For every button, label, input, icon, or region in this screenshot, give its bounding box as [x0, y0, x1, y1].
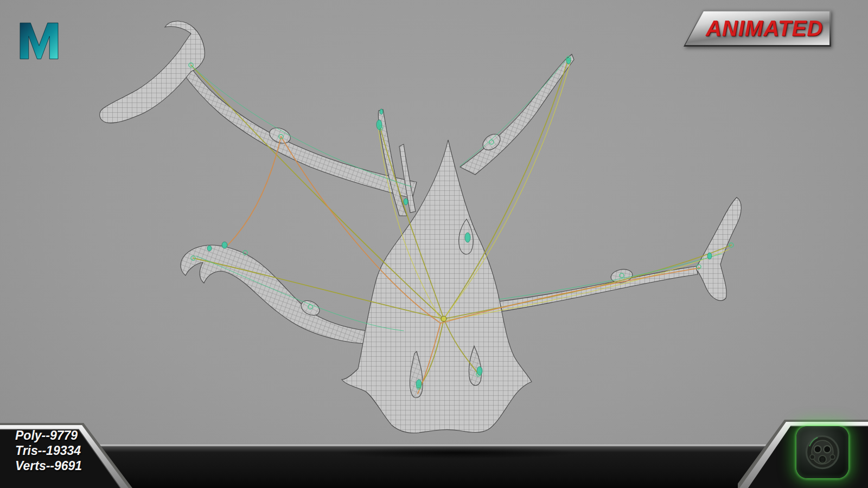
gasmask-icon: [803, 433, 841, 471]
brand-panel: [738, 419, 868, 488]
model-ground-shadow: [335, 447, 579, 459]
stat-poly: Poly--9779: [15, 428, 78, 443]
maya-logo-icon: [16, 14, 62, 64]
model-mesh: [100, 21, 742, 433]
stats-panel: Poly--9779 Tris--19334 Verts--9691: [0, 422, 136, 488]
gasmask-logo: [796, 426, 848, 478]
rig-hub: [441, 316, 446, 322]
stat-verts: Verts--9691: [15, 459, 82, 473]
animated-badge: ANIMATED: [684, 10, 831, 47]
animated-badge-plate: ANIMATED: [685, 11, 829, 45]
stat-tris: Tris--19334: [15, 444, 81, 458]
animated-badge-label: ANIMATED: [706, 16, 823, 41]
model-wireframe: [0, 0, 868, 488]
